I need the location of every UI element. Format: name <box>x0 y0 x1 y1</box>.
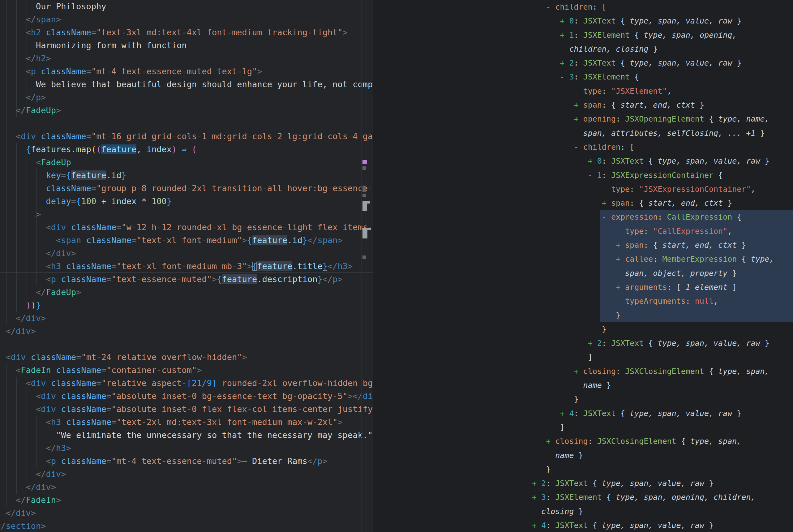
ast-line[interactable]: + span: { start, end, ctxt } <box>532 196 793 210</box>
code-line[interactable] <box>0 117 373 130</box>
code-line[interactable]: <h3 className="text-xl font-medium mb-3"… <box>0 260 373 273</box>
ast-line[interactable]: } <box>532 308 793 322</box>
code-line[interactable]: <FadeUp <box>0 156 373 169</box>
expand-toggle-icon[interactable]: + <box>560 16 569 25</box>
code-line[interactable]: delay={100 + index * 100} <box>0 195 373 208</box>
code-line[interactable]: key={feature.id} <box>0 169 373 182</box>
code-line[interactable]: {features.map((feature, index) ⇒ ( <box>0 143 373 156</box>
expand-toggle-icon[interactable]: + <box>574 367 583 376</box>
code-line[interactable]: className="group p-8 rounded-2xl transit… <box>0 182 373 195</box>
ast-line[interactable]: ] <box>532 420 793 434</box>
code-line[interactable]: <div className="w-12 h-12 rounded-xl bg-… <box>0 221 373 234</box>
code-line[interactable]: <div className="absolute inset-0 flex fl… <box>0 403 373 416</box>
ast-line[interactable]: } <box>532 392 793 406</box>
expand-toggle-icon[interactable]: + <box>560 58 569 68</box>
ast-line[interactable]: + span: { start, end, ctxt } <box>532 98 793 112</box>
expand-toggle-icon[interactable]: + <box>560 31 569 40</box>
ast-line[interactable]: name } <box>532 378 793 392</box>
ast-line[interactable]: - expression: CallExpression { <box>532 210 793 224</box>
collapse-toggle-icon[interactable]: - <box>546 2 555 12</box>
code-line[interactable]: </h3> <box>0 442 373 455</box>
code-line[interactable]: <span className="text-xl font-medium">{f… <box>0 234 373 247</box>
collapse-toggle-icon[interactable]: - <box>574 142 583 152</box>
expand-toggle-icon[interactable]: + <box>574 114 583 124</box>
expand-toggle-icon[interactable]: + <box>616 241 625 250</box>
ast-line[interactable]: + 0: JSXText { type, span, value, raw } <box>532 154 793 168</box>
expand-toggle-icon[interactable]: + <box>532 479 541 488</box>
collapse-toggle-icon[interactable]: - <box>560 72 569 81</box>
code-line[interactable]: </p> <box>0 91 373 104</box>
ast-line[interactable]: closing } <box>532 505 793 518</box>
code-line[interactable]: <p className="mt-4 text-essence-muted te… <box>0 65 373 78</box>
expand-toggle-icon[interactable]: + <box>588 339 597 348</box>
ast-line[interactable]: - 3: JSXElement { <box>532 70 793 84</box>
ast-line[interactable]: type: "JSXExpressionContainer", <box>532 182 793 196</box>
code-line[interactable]: </div> <box>0 247 373 260</box>
collapse-toggle-icon[interactable]: - <box>602 212 611 222</box>
ast-line[interactable]: span, object, property } <box>532 266 793 280</box>
code-line[interactable]: Our Philosophy <box>0 0 373 13</box>
ast-line[interactable]: span, attributes, selfClosing, ... +1 } <box>532 126 793 140</box>
code-line[interactable]: ))} <box>0 299 373 312</box>
code-line[interactable]: We believe that beautiful design should … <box>0 78 373 91</box>
ast-line[interactable]: + 2: JSXText { type, span, value, raw } <box>532 336 793 350</box>
ast-line[interactable]: + arguments: [ 1 element ] <box>532 280 793 294</box>
ast-line[interactable]: + 2: JSXText { type, span, value, raw } <box>532 476 793 490</box>
ast-line[interactable]: - children: [ <box>532 0 793 14</box>
code-line[interactable]: </span> <box>0 13 373 26</box>
ast-line[interactable]: name } <box>532 449 793 462</box>
ast-line[interactable]: } <box>532 462 793 476</box>
ast-line[interactable]: + 2: JSXText { type, span, value, raw } <box>532 56 793 70</box>
ast-tree-pane[interactable]: - children: [ + 0: JSXText { type, span,… <box>373 0 793 532</box>
overview-ruler[interactable] <box>361 0 373 532</box>
expand-toggle-icon[interactable]: + <box>532 493 541 502</box>
ast-line[interactable]: + callee: MemberExpression { type, <box>532 252 793 266</box>
code-line[interactable]: </div> <box>0 468 373 481</box>
code-line[interactable]: </FadeUp> <box>0 104 373 117</box>
ast-line[interactable]: + closing: JSXClosingElement { type, spa… <box>532 364 793 378</box>
ast-line[interactable]: + 3: JSXElement { type, span, opening, c… <box>532 490 793 504</box>
ast-line[interactable]: type: "CallExpression", <box>532 224 793 238</box>
code-line[interactable]: > <box>0 208 373 221</box>
ast-line[interactable]: - 1: JSXExpressionContainer { <box>532 168 793 182</box>
ast-line[interactable]: ] <box>532 350 793 364</box>
ast-line[interactable]: type: "JSXElement", <box>532 84 793 98</box>
code-line[interactable]: </h2> <box>0 52 373 65</box>
expand-toggle-icon[interactable]: + <box>560 409 569 418</box>
ast-line[interactable]: + 4: JSXText { type, span, value, raw } <box>532 406 793 420</box>
expand-toggle-icon[interactable]: + <box>616 283 625 292</box>
ast-line[interactable]: children, closing } <box>532 42 793 56</box>
ast-line[interactable]: + span: { start, end, ctxt } <box>532 238 793 252</box>
code-line[interactable]: Harmonizing form with function <box>0 39 373 52</box>
code-line[interactable]: <div className="mt-16 grid grid-cols-1 m… <box>0 130 373 143</box>
code-line[interactable]: </div> <box>0 325 373 338</box>
code-line[interactable]: </div> <box>0 481 373 494</box>
ast-line[interactable]: } <box>532 322 793 336</box>
expand-toggle-icon[interactable]: + <box>574 100 583 110</box>
expand-toggle-icon[interactable]: + <box>616 254 625 264</box>
ast-line[interactable]: - children: [ <box>532 140 793 154</box>
expand-toggle-icon[interactable]: + <box>588 156 597 166</box>
code-line[interactable] <box>0 338 373 351</box>
ast-line[interactable]: typeArguments: null, <box>532 294 793 308</box>
code-line[interactable]: <h3 className="text-2xl md:text-3xl font… <box>0 416 373 429</box>
code-line[interactable]: </FadeUp> <box>0 286 373 299</box>
code-line[interactable]: </section> <box>0 520 373 532</box>
code-line[interactable]: <div className="relative aspect-[21/9] r… <box>0 377 373 390</box>
code-line[interactable]: "We eliminate the unnecessary so that th… <box>0 429 373 442</box>
ast-line[interactable]: + 4: JSXText { type, span, value, raw } <box>532 518 793 532</box>
collapse-toggle-icon[interactable]: - <box>588 171 597 180</box>
code-line[interactable]: <p className="text-essence-muted">{featu… <box>0 273 373 286</box>
ast-line[interactable]: + 0: JSXText { type, span, value, raw } <box>532 14 793 28</box>
code-line[interactable]: </FadeIn> <box>0 494 373 507</box>
code-line[interactable]: <p className="mt-4 text-essence-muted">—… <box>0 455 373 468</box>
expand-toggle-icon[interactable]: + <box>532 521 541 530</box>
ast-line[interactable]: + closing: JSXClosingElement { type, spa… <box>532 434 793 448</box>
ast-line[interactable]: + opening: JSXOpeningElement { type, nam… <box>532 112 793 126</box>
expand-toggle-icon[interactable]: + <box>602 198 611 208</box>
code-line[interactable]: <FadeIn className="container-custom"> <box>0 364 373 377</box>
ast-line[interactable]: + 1: JSXElement { type, span, opening, <box>532 28 793 42</box>
code-line[interactable]: </div> <box>0 507 373 520</box>
expand-toggle-icon[interactable]: + <box>546 437 555 446</box>
code-line[interactable]: <h2 className="text-3xl md:text-4xl font… <box>0 26 373 39</box>
